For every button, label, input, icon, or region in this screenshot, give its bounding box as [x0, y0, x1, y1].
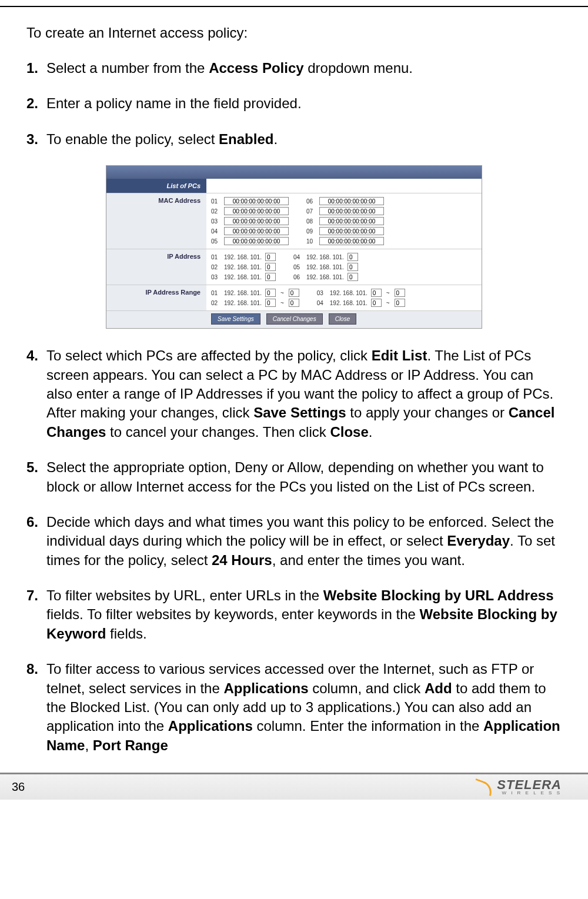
ip-range-row: 02192. 168. 101.~: [211, 299, 299, 307]
ip-row: 03192. 168. 101.: [211, 273, 276, 281]
ip-octet-input[interactable]: [265, 273, 276, 281]
step-8: 8. To filter access to various services …: [26, 660, 562, 755]
ip-row: 01192. 168. 101.: [211, 253, 276, 261]
mac-row: 08: [306, 217, 384, 225]
ip-octet-input[interactable]: [348, 263, 358, 271]
list-of-pcs-figure: List of PCs MAC Address 01 02 03 04 05: [26, 165, 562, 329]
step-7: 7. To filter websites by URL, enter URLs…: [26, 586, 562, 643]
figure-topbar: [106, 166, 482, 179]
ip-range-to-input[interactable]: [395, 299, 405, 307]
ip-octet-input[interactable]: [348, 253, 358, 261]
mac-row: 04: [211, 227, 289, 235]
ip-range-row: 03192. 168. 101.~: [317, 289, 405, 297]
step-1: 1. Select a number from the Access Polic…: [26, 59, 562, 78]
mac-input[interactable]: [319, 227, 384, 235]
step-2: 2. Enter a policy name in the field prov…: [26, 94, 562, 113]
swoosh-icon: [473, 781, 493, 793]
step-text: Decide which days and what times you wan…: [46, 513, 562, 570]
brand-logo: STELERA W I R E L E S S: [473, 779, 562, 795]
step-text: To filter access to various services acc…: [46, 660, 562, 755]
mac-input[interactable]: [224, 237, 289, 245]
step-6: 6. Decide which days and what times you …: [26, 513, 562, 570]
mac-input[interactable]: [224, 207, 289, 215]
mac-row: 05: [211, 237, 289, 245]
ip-range-from-input[interactable]: [371, 299, 382, 307]
step-number: 3.: [26, 130, 46, 149]
step-text: Enter a policy name in the field provide…: [46, 94, 562, 113]
step-number: 8.: [26, 660, 46, 755]
ip-row: 06192. 168. 101.: [293, 273, 358, 281]
step-number: 4.: [26, 346, 46, 442]
step-5: 5. Select the appropriate option, Deny o…: [26, 458, 562, 496]
step-number: 2.: [26, 94, 46, 113]
mac-input[interactable]: [224, 217, 289, 225]
ip-octet-input[interactable]: [348, 273, 358, 281]
brand-name: STELERA: [497, 779, 562, 791]
steps-list-cont: 4. To select which PCs are affected by t…: [26, 346, 562, 755]
ip-row: 02192. 168. 101.: [211, 263, 276, 271]
mac-row: 06: [306, 197, 384, 205]
step-number: 6.: [26, 513, 46, 570]
step-text: To select which PCs are affected by the …: [46, 346, 562, 442]
figure-button-row: Save Settings Cancel Changes Close: [106, 311, 482, 328]
step-text: To filter websites by URL, enter URLs in…: [46, 586, 562, 643]
ip-range-to-input[interactable]: [289, 299, 299, 307]
mac-row: 01: [211, 197, 289, 205]
mac-input[interactable]: [224, 197, 289, 205]
brand-subtitle: W I R E L E S S: [497, 791, 562, 795]
step-text: Select the appropriate option, Deny or A…: [46, 458, 562, 496]
step-3: 3. To enable the policy, select Enabled.: [26, 130, 562, 149]
page-number: 36: [12, 780, 25, 794]
list-of-pcs-header: List of PCs: [106, 179, 206, 193]
ip-range-row: 04192. 168. 101.~: [317, 299, 405, 307]
ip-range-from-input[interactable]: [265, 299, 276, 307]
intro-text: To create an Internet access policy:: [26, 25, 562, 41]
mac-input[interactable]: [319, 197, 384, 205]
close-button[interactable]: Close: [329, 313, 357, 325]
ip-range-to-input[interactable]: [395, 289, 405, 297]
mac-row: 03: [211, 217, 289, 225]
mac-row: 02: [211, 207, 289, 215]
ip-range-from-input[interactable]: [265, 289, 276, 297]
mac-input[interactable]: [319, 237, 384, 245]
ip-address-label: IP Address: [106, 249, 206, 285]
mac-row: 10: [306, 237, 384, 245]
mac-input[interactable]: [224, 227, 289, 235]
ip-octet-input[interactable]: [265, 253, 276, 261]
ip-octet-input[interactable]: [265, 263, 276, 271]
mac-input[interactable]: [319, 217, 384, 225]
page-footer: 36 STELERA W I R E L E S S: [0, 773, 588, 800]
step-number: 7.: [26, 586, 46, 643]
steps-list: 1. Select a number from the Access Polic…: [26, 59, 562, 149]
mac-row: 09: [306, 227, 384, 235]
step-number: 5.: [26, 458, 46, 496]
ip-row: 05192. 168. 101.: [293, 263, 358, 271]
step-number: 1.: [26, 59, 46, 78]
step-text: To enable the policy, select Enabled.: [46, 130, 562, 149]
ip-range-to-input[interactable]: [289, 289, 299, 297]
mac-input[interactable]: [319, 207, 384, 215]
mac-row: 07: [306, 207, 384, 215]
ip-range-row: 01192. 168. 101.~: [211, 289, 299, 297]
ip-row: 04192. 168. 101.: [293, 253, 358, 261]
mac-address-label: MAC Address: [106, 193, 206, 249]
cancel-changes-button[interactable]: Cancel Changes: [266, 313, 323, 325]
step-4: 4. To select which PCs are affected by t…: [26, 346, 562, 442]
ip-range-from-input[interactable]: [371, 289, 382, 297]
step-text: Select a number from the Access Policy d…: [46, 59, 562, 78]
ip-range-label: IP Address Range: [106, 285, 206, 310]
save-settings-button[interactable]: Save Settings: [211, 313, 260, 325]
